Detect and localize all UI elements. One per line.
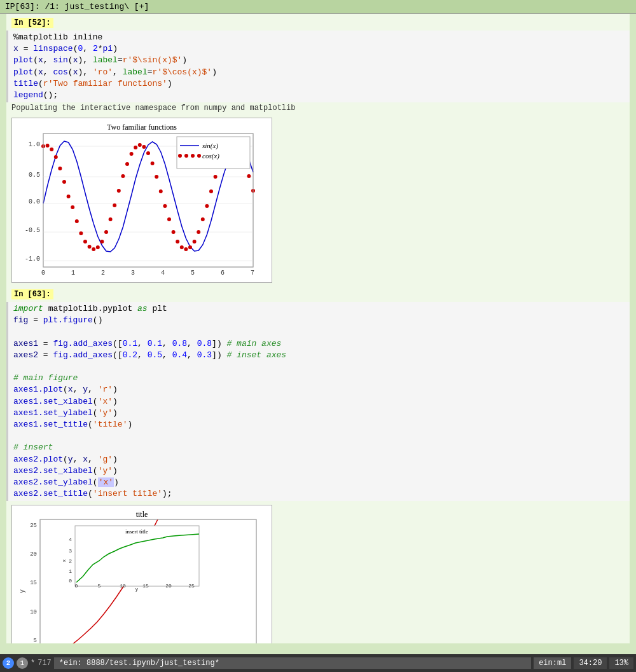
status-circle-2[interactable]: 1 bbox=[17, 657, 28, 669]
cell-52: In [52]: %matplotlib inline x = linspace… bbox=[6, 14, 630, 115]
svg-text:20: 20 bbox=[30, 551, 37, 558]
notebook: In [52]: %matplotlib inline x = linspace… bbox=[6, 14, 630, 643]
code-line-1: %matplotlib inline bbox=[13, 32, 625, 43]
svg-point-41 bbox=[134, 146, 137, 149]
svg-text:25: 25 bbox=[188, 583, 195, 589]
svg-text:5: 5 bbox=[34, 638, 37, 643]
code63-line-10: axes1.set_ylabel('y') bbox=[13, 408, 625, 419]
svg-point-48 bbox=[163, 204, 167, 208]
svg-text:x: x bbox=[61, 559, 67, 563]
cell-52-code[interactable]: %matplotlib inline x = linspace(0, 2*pi)… bbox=[6, 31, 630, 102]
svg-text:10: 10 bbox=[30, 609, 37, 615]
svg-point-46 bbox=[155, 175, 158, 179]
cell-52-output: Populating the interactive namespace fro… bbox=[6, 102, 630, 114]
svg-text:0: 0 bbox=[69, 578, 72, 584]
svg-point-55 bbox=[193, 240, 197, 243]
svg-point-23 bbox=[58, 167, 62, 170]
svg-text:1: 1 bbox=[71, 270, 75, 277]
svg-text:3: 3 bbox=[69, 548, 72, 554]
svg-point-22 bbox=[54, 155, 58, 159]
code63-line-2: fig = plt.figure() bbox=[13, 315, 625, 326]
svg-text:4: 4 bbox=[161, 270, 165, 277]
svg-point-45 bbox=[151, 161, 155, 165]
code63-line-11: axes1.set_title('title') bbox=[13, 419, 625, 430]
svg-text:0.0: 0.0 bbox=[29, 198, 40, 205]
svg-point-51 bbox=[176, 240, 179, 243]
svg-point-37 bbox=[117, 189, 121, 193]
svg-text:cos(x): cos(x) bbox=[202, 152, 219, 160]
svg-text:10: 10 bbox=[120, 583, 126, 589]
code63-line-5: axes2 = fig.add_axes([0.2, 0.5, 0.4, 0.3… bbox=[13, 350, 625, 361]
svg-point-38 bbox=[121, 174, 125, 178]
title-bar: IP[63]: /1: just_testing\ [+] bbox=[0, 0, 636, 14]
svg-text:6: 6 bbox=[221, 270, 225, 277]
svg-point-27 bbox=[75, 219, 79, 223]
svg-point-36 bbox=[113, 203, 116, 207]
svg-text:1: 1 bbox=[69, 568, 72, 574]
svg-text:5: 5 bbox=[191, 270, 195, 277]
code63-line-7: # main figure bbox=[13, 373, 625, 384]
svg-point-28 bbox=[79, 231, 83, 235]
plot-1: Two familiar functions 1.0 0.5 0.0 -0.5 … bbox=[11, 118, 272, 283]
svg-text:-1.0: -1.0 bbox=[25, 256, 40, 263]
status-bar: 2 1 * 717 *ein: 8888/test.ipynb/just_tes… bbox=[0, 654, 636, 672]
code-line-5: title(r'Two familiar functions') bbox=[13, 78, 625, 90]
svg-point-75 bbox=[191, 154, 195, 158]
status-circle-1[interactable]: 2 bbox=[3, 657, 14, 669]
code-line-2: x = linspace(0, 2*pi) bbox=[13, 43, 625, 55]
code-line-4: plot(x, cos(x), 'ro', label=r'$\cos(x)$'… bbox=[13, 67, 625, 78]
code63-line-6 bbox=[13, 361, 625, 373]
svg-point-74 bbox=[184, 154, 188, 158]
svg-point-26 bbox=[71, 205, 74, 209]
svg-point-49 bbox=[167, 217, 171, 221]
code-line-3: plot(x, sin(x), label=r'$\sin(x)$') bbox=[13, 55, 625, 66]
svg-point-42 bbox=[138, 143, 142, 147]
svg-text:2: 2 bbox=[101, 270, 105, 277]
code63-line-4: axes1 = fig.add_axes([0.1, 0.1, 0.8, 0.8… bbox=[13, 338, 625, 350]
output-text: Populating the interactive namespace fro… bbox=[11, 104, 295, 113]
svg-point-24 bbox=[62, 180, 66, 184]
svg-point-73 bbox=[178, 154, 182, 158]
svg-text:0: 0 bbox=[41, 270, 45, 277]
svg-point-33 bbox=[100, 240, 104, 243]
svg-point-20 bbox=[46, 144, 50, 147]
svg-point-52 bbox=[180, 245, 184, 249]
plot-2-svg: title 25 20 15 10 5 0 y 0 1 2 bbox=[15, 508, 269, 643]
svg-point-40 bbox=[130, 152, 134, 156]
code63-line-14: axes2.plot(y, x, 'g') bbox=[13, 454, 625, 465]
svg-point-25 bbox=[67, 195, 71, 198]
code63-line-15: axes2.set_xlabel('y') bbox=[13, 465, 625, 477]
svg-text:7: 7 bbox=[251, 270, 254, 277]
svg-point-35 bbox=[109, 217, 113, 221]
svg-point-44 bbox=[146, 151, 150, 155]
svg-point-43 bbox=[142, 145, 146, 149]
plot-1-svg: Two familiar functions 1.0 0.5 0.0 -0.5 … bbox=[15, 121, 269, 280]
svg-text:sin(x): sin(x) bbox=[202, 142, 218, 150]
code-line-6: legend(); bbox=[13, 90, 625, 101]
status-position: 34:20 bbox=[574, 657, 607, 669]
svg-point-29 bbox=[83, 240, 87, 243]
status-mode: ein:ml bbox=[534, 657, 571, 669]
svg-point-58 bbox=[205, 204, 209, 208]
svg-text:5: 5 bbox=[98, 583, 101, 589]
code63-line-8: axes1.plot(x, y, 'r') bbox=[13, 384, 625, 395]
svg-text:y: y bbox=[135, 586, 139, 592]
code63-line-9: axes1.set_xlabel('x') bbox=[13, 396, 625, 408]
svg-text:3: 3 bbox=[131, 270, 135, 277]
svg-point-34 bbox=[104, 230, 108, 234]
svg-text:20: 20 bbox=[165, 583, 172, 589]
svg-point-60 bbox=[214, 175, 218, 179]
code63-line-1: import matplotlib.pyplot as plt bbox=[13, 303, 625, 315]
plot-1-title: Two familiar functions bbox=[107, 123, 177, 132]
code63-line-16: axes2.set_ylabel('x') bbox=[13, 477, 625, 488]
svg-point-57 bbox=[201, 217, 205, 221]
cell-63-label: In [63]: bbox=[11, 289, 53, 299]
cell-63-code[interactable]: import matplotlib.pyplot as plt fig = pl… bbox=[6, 302, 630, 501]
svg-text:0.5: 0.5 bbox=[29, 172, 40, 179]
svg-point-56 bbox=[197, 230, 200, 234]
svg-point-53 bbox=[184, 247, 188, 251]
svg-point-32 bbox=[96, 245, 100, 249]
svg-text:0: 0 bbox=[75, 583, 78, 589]
cell-63: In [63]: import matplotlib.pyplot as plt… bbox=[6, 285, 630, 502]
title-text: IP[63]: /1: just_testing\ [+] bbox=[5, 2, 149, 11]
